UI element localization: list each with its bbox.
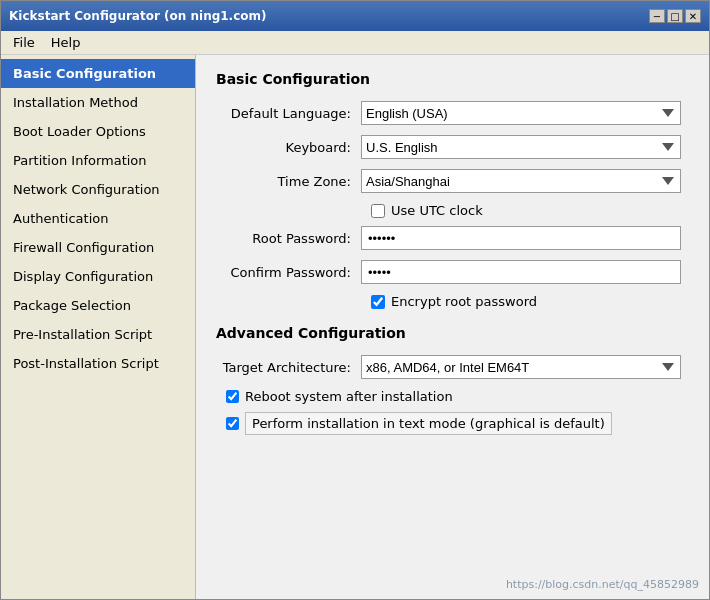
sidebar-item-partition-info[interactable]: Partition Information bbox=[1, 146, 195, 175]
sidebar-item-firewall[interactable]: Firewall Configuration bbox=[1, 233, 195, 262]
sidebar-item-package-selection[interactable]: Package Selection bbox=[1, 291, 195, 320]
utc-clock-row: Use UTC clock bbox=[371, 203, 689, 218]
text-mode-checkbox[interactable] bbox=[226, 417, 239, 430]
file-menu[interactable]: File bbox=[5, 33, 43, 52]
title-bar: Kickstart Configurator (on ning1.com) − … bbox=[1, 1, 709, 31]
keyboard-select[interactable]: U.S. English U.S. International UK Engli… bbox=[361, 135, 681, 159]
advanced-section: Advanced Configuration Target Architectu… bbox=[216, 325, 689, 435]
target-arch-row: Target Architecture: x86, AMD64, or Inte… bbox=[216, 355, 689, 379]
sidebar-item-boot-loader[interactable]: Boot Loader Options bbox=[1, 117, 195, 146]
default-language-select[interactable]: English (USA) Chinese (Simplified) Frenc… bbox=[361, 101, 681, 125]
sidebar-item-network-config[interactable]: Network Configuration bbox=[1, 175, 195, 204]
menu-bar: File Help bbox=[1, 31, 709, 55]
timezone-label: Time Zone: bbox=[216, 174, 361, 189]
default-language-label: Default Language: bbox=[216, 106, 361, 121]
utc-clock-label: Use UTC clock bbox=[391, 203, 483, 218]
root-password-control bbox=[361, 226, 681, 250]
sidebar-item-post-install[interactable]: Post-Installation Script bbox=[1, 349, 195, 378]
basic-config-title: Basic Configuration bbox=[216, 71, 689, 87]
help-menu[interactable]: Help bbox=[43, 33, 89, 52]
confirm-password-row: Confirm Password: bbox=[216, 260, 689, 284]
utc-clock-checkbox[interactable] bbox=[371, 204, 385, 218]
content-area: Basic Configuration Installation Method … bbox=[1, 55, 709, 599]
sidebar-item-pre-install[interactable]: Pre-Installation Script bbox=[1, 320, 195, 349]
sidebar-item-basic-config[interactable]: Basic Configuration bbox=[1, 59, 195, 88]
keyboard-control: U.S. English U.S. International UK Engli… bbox=[361, 135, 681, 159]
confirm-password-input[interactable] bbox=[361, 260, 681, 284]
root-password-row: Root Password: bbox=[216, 226, 689, 250]
timezone-select[interactable]: Asia/Shanghai America/New_York Europe/Lo… bbox=[361, 169, 681, 193]
default-language-row: Default Language: English (USA) Chinese … bbox=[216, 101, 689, 125]
main-window: Kickstart Configurator (on ning1.com) − … bbox=[0, 0, 710, 600]
timezone-control: Asia/Shanghai America/New_York Europe/Lo… bbox=[361, 169, 681, 193]
sidebar-item-display-config[interactable]: Display Configuration bbox=[1, 262, 195, 291]
target-arch-label: Target Architecture: bbox=[216, 360, 361, 375]
root-password-label: Root Password: bbox=[216, 231, 361, 246]
default-language-control: English (USA) Chinese (Simplified) Frenc… bbox=[361, 101, 681, 125]
encrypt-row: Encrypt root password bbox=[371, 294, 689, 309]
maximize-button[interactable]: □ bbox=[667, 9, 683, 23]
sidebar-item-install-method[interactable]: Installation Method bbox=[1, 88, 195, 117]
encrypt-label: Encrypt root password bbox=[391, 294, 537, 309]
timezone-row: Time Zone: Asia/Shanghai America/New_Yor… bbox=[216, 169, 689, 193]
window-title: Kickstart Configurator (on ning1.com) bbox=[9, 9, 267, 23]
sidebar: Basic Configuration Installation Method … bbox=[1, 55, 196, 599]
encrypt-checkbox[interactable] bbox=[371, 295, 385, 309]
window-controls: − □ ✕ bbox=[649, 9, 701, 23]
advanced-config-title: Advanced Configuration bbox=[216, 325, 689, 341]
keyboard-row: Keyboard: U.S. English U.S. Internationa… bbox=[216, 135, 689, 159]
sidebar-item-authentication[interactable]: Authentication bbox=[1, 204, 195, 233]
target-arch-control: x86, AMD64, or Intel EM64T x86 AMD64 Int… bbox=[361, 355, 681, 379]
reboot-label: Reboot system after installation bbox=[245, 389, 453, 404]
confirm-password-control bbox=[361, 260, 681, 284]
keyboard-label: Keyboard: bbox=[216, 140, 361, 155]
watermark: https://blog.csdn.net/qq_45852989 bbox=[506, 578, 699, 591]
text-mode-label: Perform installation in text mode (graph… bbox=[245, 412, 612, 435]
confirm-password-label: Confirm Password: bbox=[216, 265, 361, 280]
main-content-area: Basic Configuration Default Language: En… bbox=[196, 55, 709, 599]
close-button[interactable]: ✕ bbox=[685, 9, 701, 23]
root-password-input[interactable] bbox=[361, 226, 681, 250]
text-mode-row: Perform installation in text mode (graph… bbox=[226, 412, 689, 435]
minimize-button[interactable]: − bbox=[649, 9, 665, 23]
reboot-checkbox[interactable] bbox=[226, 390, 239, 403]
reboot-row: Reboot system after installation bbox=[226, 389, 689, 404]
target-arch-select[interactable]: x86, AMD64, or Intel EM64T x86 AMD64 Int… bbox=[361, 355, 681, 379]
